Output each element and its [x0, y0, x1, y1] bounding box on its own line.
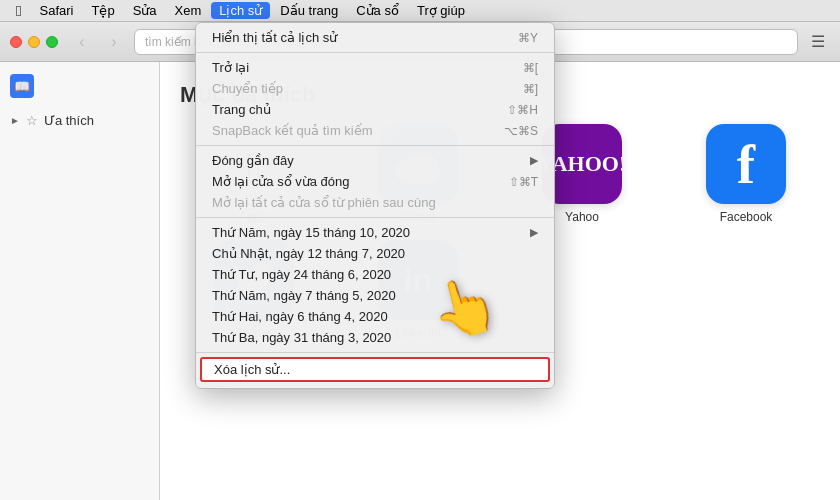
close-button[interactable] — [10, 36, 22, 48]
fav-item-twitter[interactable]: Twitter — [180, 240, 328, 340]
menu-edit[interactable]: Sửa — [125, 2, 165, 19]
yahoo-icon: YAHOO! — [542, 124, 622, 204]
svg-point-4 — [406, 153, 426, 173]
facebook-icon: f — [706, 124, 786, 204]
menu-bookmarks[interactable]: Dấu trang — [272, 2, 346, 19]
fav-item-facebook[interactable]: f Facebook — [672, 124, 820, 224]
star-icon: ☆ — [26, 113, 38, 128]
traffic-lights — [10, 36, 58, 48]
address-bar[interactable]: tìm kiếm hoặc nhập tên trang web — [134, 29, 798, 55]
fav-label-icloud: iCloud — [401, 210, 435, 224]
menu-history[interactable]: Lịch sử — [211, 2, 270, 19]
svg-text::  — [246, 143, 261, 190]
content-area: Mục ưa thích  Apple — [160, 62, 840, 500]
minimize-button[interactable] — [28, 36, 40, 48]
fav-label-linkedin: LinkedIn — [395, 326, 440, 340]
toolbar: ‹ › tìm kiếm hoặc nhập tên trang web ☰ — [0, 22, 840, 62]
menu-file[interactable]: Tệp — [83, 2, 122, 19]
fav-label-facebook: Facebook — [720, 210, 773, 224]
sidebar-favorites-label: Ưa thích — [44, 113, 94, 128]
address-placeholder: tìm kiếm hoặc nhập tên trang web — [145, 35, 327, 49]
fav-item-yahoo[interactable]: YAHOO! Yahoo — [508, 124, 656, 224]
sidebar: 📖 ► ☆ Ưa thích — [0, 62, 160, 500]
favorites-title: Mục ưa thích — [180, 82, 820, 108]
browser-chrome: ‹ › tìm kiếm hoặc nhập tên trang web ☰ 📖… — [0, 22, 840, 500]
fav-label-yahoo: Yahoo — [565, 210, 599, 224]
book-icon: 📖 — [10, 74, 34, 98]
back-button[interactable]: ‹ — [70, 30, 94, 54]
forward-button[interactable]: › — [102, 30, 126, 54]
sidebar-toggle[interactable]: ☰ — [806, 30, 830, 54]
menu-help[interactable]: Trợ giúp — [409, 2, 473, 19]
menu-view[interactable]: Xem — [167, 2, 210, 19]
fav-label-twitter: Twitter — [236, 326, 271, 340]
apple-icon:  — [214, 124, 294, 204]
twitter-icon — [214, 240, 294, 320]
apple-menu[interactable]:  — [8, 1, 29, 20]
fav-item-apple[interactable]:  Apple — [180, 124, 328, 224]
maximize-button[interactable] — [46, 36, 58, 48]
menu-window[interactable]: Cửa sổ — [348, 2, 407, 19]
fav-item-linkedin[interactable]: in LinkedIn — [344, 240, 492, 340]
menu-safari[interactable]: Safari — [31, 2, 81, 19]
fav-label-apple: Apple — [239, 210, 270, 224]
main-area: 📖 ► ☆ Ưa thích Mục ưa thích  Apple — [0, 62, 840, 500]
favorites-grid:  Apple iCloud — [180, 124, 820, 340]
linkedin-icon: in — [378, 240, 458, 320]
fav-item-icloud[interactable]: iCloud — [344, 124, 492, 224]
sidebar-item-favorites[interactable]: ► ☆ Ưa thích — [0, 110, 159, 131]
menu-bar:  Safari Tệp Sửa Xem Lịch sử Dấu trang C… — [0, 0, 840, 22]
sidebar-bookmarks-btn[interactable]: 📖 — [0, 70, 159, 102]
icloud-icon — [378, 124, 458, 204]
arrow-icon: ► — [10, 115, 20, 126]
